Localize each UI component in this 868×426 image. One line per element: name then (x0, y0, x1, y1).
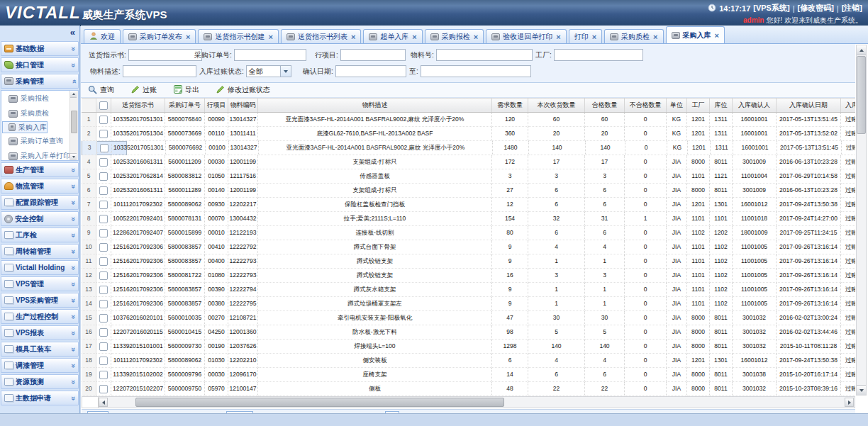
scroll-right-button[interactable] (845, 398, 854, 407)
row-checkbox[interactable] (99, 186, 108, 195)
col-header-入库确认日期[interactable]: 入库确认日期 (777, 99, 841, 112)
table-row[interactable]: 310335201705130158000766920010013014327亚… (82, 141, 127, 155)
confirm-date-to-input[interactable] (421, 65, 531, 77)
row-checkbox[interactable] (99, 201, 108, 209)
col-header-工厂[interactable]: 工厂 (687, 99, 710, 112)
col-header-入库过账状态[interactable]: 入库过账状态 (841, 99, 855, 112)
scroll-left-button[interactable] (99, 398, 108, 407)
close-icon[interactable]: × (653, 33, 657, 40)
col-header-物料编码[interactable]: 物料编码 (228, 99, 258, 112)
table-row[interactable]: 410253201606131156000112090003012001199支… (82, 155, 855, 169)
horizontal-scroll-thumb[interactable] (135, 398, 504, 407)
sidebar-group-采购管理[interactable]: 采购管理» (1, 74, 79, 89)
sidebar-group-生产过程控制[interactable]: 生产过程控制» (1, 309, 79, 324)
submenu-item-采购入库[interactable]: 采购入库 (2, 121, 48, 133)
row-checkbox[interactable] (99, 158, 108, 167)
col-header-合格数量[interactable]: 合格数量 (585, 99, 625, 112)
close-icon[interactable]: × (556, 33, 560, 40)
sidebar-group-调漆管理[interactable]: 调漆管理» (1, 358, 79, 373)
delivery-note-input[interactable] (128, 49, 202, 61)
sidebar-group-主数据申请[interactable]: 主数据申请» (1, 391, 79, 405)
table-row[interactable]: 610253201606131156000112890014012001199支… (82, 184, 855, 198)
row-checkbox[interactable] (99, 271, 108, 280)
table-row[interactable]: 1911339201510200256000097960003012096170… (82, 368, 855, 382)
sidebar-group-配置跟踪管理[interactable]: 配置跟踪管理» (1, 195, 79, 210)
row-checkbox[interactable] (99, 172, 108, 181)
table-row[interactable]: 1612207201602011556000104150425012001360… (82, 325, 855, 340)
sidebar-group-物流管理[interactable]: 物流管理» (1, 179, 79, 194)
sidebar-group-工序检[interactable]: 工序检» (1, 228, 79, 242)
tab-采购报检[interactable]: 采购报检× (425, 29, 484, 43)
sidebar-group-接口管理[interactable]: 接口管理» (1, 57, 79, 72)
close-icon[interactable]: × (268, 33, 272, 40)
row-checkbox[interactable] (99, 385, 108, 393)
modify-posting-status-button[interactable]: 修改过账状态 (216, 85, 270, 95)
table-row[interactable]: 1510376201602010156000100350027012108721… (82, 311, 855, 325)
close-icon[interactable]: × (412, 33, 416, 40)
vertical-scrollbar[interactable] (856, 45, 867, 396)
row-checkbox[interactable] (99, 257, 108, 266)
sidebar-group-生产管理[interactable]: 生产管理» (1, 162, 79, 177)
sidebar-group-VPS报表[interactable]: VPS报表» (1, 325, 79, 340)
tab-采购质检[interactable]: 采购质检× (604, 29, 663, 43)
scroll-up-button[interactable] (857, 45, 866, 55)
row-checkbox[interactable] (99, 229, 108, 237)
line-item-input[interactable] (340, 49, 406, 61)
table-row[interactable]: 912286201709240756000158990001012122193连… (82, 226, 855, 240)
row-checkbox[interactable] (100, 144, 108, 152)
col-header-需求数量[interactable]: 需求数量 (492, 99, 528, 112)
row-checkbox[interactable] (99, 371, 108, 379)
close-icon[interactable]: × (715, 32, 719, 39)
sidebar-group-VPS管理[interactable]: VPS管理» (1, 276, 79, 291)
col-header-行项目[interactable]: 行项目 (205, 99, 228, 112)
link-vps-system[interactable]: [VPS系统] (753, 3, 789, 13)
sidebar-group-资源预测[interactable]: 资源预测» (1, 374, 79, 389)
table-row[interactable]: 810052201709240158000781310007013004432拉… (82, 212, 855, 226)
tab-送货指示书创建[interactable]: 送货指示书创建× (198, 29, 278, 43)
link-logout[interactable]: [注销] (842, 3, 862, 13)
tab-打印[interactable]: 打印× (569, 29, 602, 43)
table-row[interactable]: 1412516201709230658000838570038012222795… (82, 297, 855, 311)
close-icon[interactable]: × (592, 33, 596, 40)
col-header-不合格数量[interactable]: 不合格数量 (625, 99, 667, 112)
tab-欢迎[interactable]: 欢迎 (84, 29, 121, 43)
scroll-up-button[interactable] (70, 91, 77, 98)
link-change-password[interactable]: [修改密码] (797, 3, 833, 13)
sidebar-group-Victall Holding[interactable]: Victall Holding» (1, 260, 79, 275)
row-checkbox[interactable] (99, 342, 108, 351)
col-header-采购订单号[interactable]: 采购订单号 (165, 99, 205, 112)
table-row[interactable]: 210335201705130458000736690011013011411底… (82, 127, 855, 141)
sidebar-group-VPS采购管理[interactable]: VPS采购管理» (1, 293, 79, 308)
row-checkbox[interactable] (99, 243, 108, 252)
row-checkbox[interactable] (99, 130, 108, 138)
vertical-scroll-thumb[interactable] (857, 56, 866, 134)
row-checkbox[interactable] (99, 328, 108, 337)
table-row[interactable]: 710111201709230258000890620093012202217保… (82, 198, 855, 212)
tab-采购订单发布[interactable]: 采购订单发布× (123, 29, 196, 43)
post-button[interactable]: 过账 (131, 85, 157, 95)
scroll-thumb[interactable] (71, 111, 77, 133)
submenu-item-采购入库单打印[interactable]: 采购入库单打印 (2, 149, 69, 161)
row-checkbox[interactable] (99, 300, 108, 308)
query-button[interactable]: 查询 (88, 85, 114, 96)
material-desc-input[interactable] (123, 65, 196, 77)
horizontal-scrollbar[interactable] (82, 396, 855, 408)
tab-验收退回单打印[interactable]: 验收退回单打印× (486, 29, 566, 43)
table-row[interactable]: 1112516201709230658000838570040012222793… (82, 254, 855, 269)
table-row[interactable]: 1711339201510100156000097300019012037626… (82, 340, 855, 354)
row-checkbox[interactable] (99, 357, 108, 365)
sidebar-collapse-button[interactable]: « (70, 27, 75, 38)
close-icon[interactable]: × (474, 33, 478, 40)
close-icon[interactable]: × (351, 33, 355, 40)
table-row[interactable]: 1212516201709230658000817220108012222793… (82, 269, 855, 283)
table-row[interactable]: 2012207201510220756000097500597012100147… (82, 382, 855, 396)
select-all-checkbox[interactable] (99, 101, 108, 110)
sidebar-group-模具工装车[interactable]: 模具工装车» (1, 342, 79, 357)
submenu-scrollbar[interactable] (69, 91, 78, 160)
sidebar-group-安全控制[interactable]: 安全控制» (1, 211, 79, 226)
material-no-input[interactable] (436, 49, 533, 61)
submenu-item-采购订单查询[interactable]: 采购订单查询 (2, 134, 69, 148)
scroll-down-button[interactable] (857, 385, 866, 395)
export-button[interactable]: 导出 (174, 85, 199, 95)
tab-送货指示书列表[interactable]: 送货指示书列表× (281, 29, 361, 43)
